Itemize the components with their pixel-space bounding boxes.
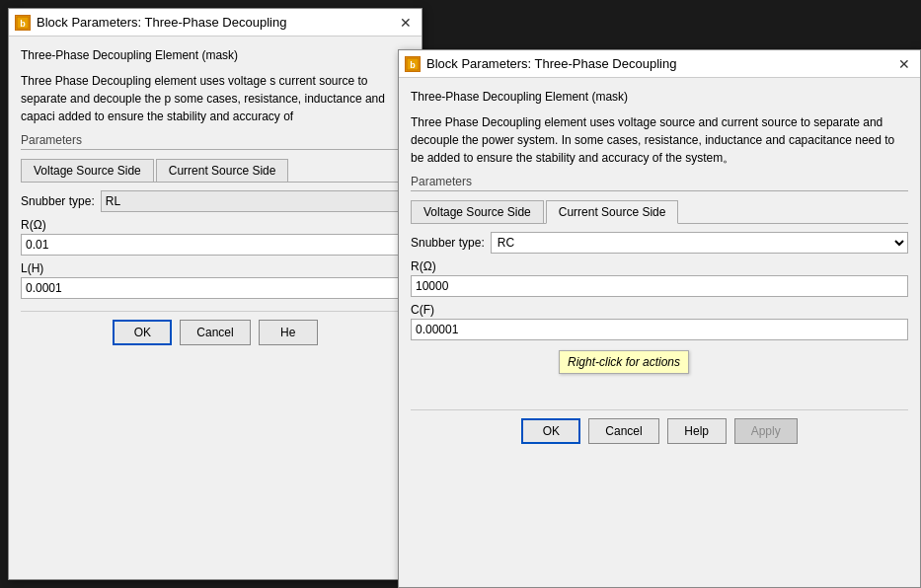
c-row-2: C(F)	[411, 303, 908, 340]
snubber-label-2: Snubber type:	[411, 236, 485, 250]
tab-current-1[interactable]: Current Source Side	[156, 159, 289, 183]
l-row-1: L(H)	[21, 261, 410, 299]
description-1: Three Phase Decoupling element uses volt…	[21, 72, 410, 125]
r-input-1[interactable]	[21, 234, 410, 256]
dialog-icon-1: b	[15, 15, 31, 31]
dialog-icon-2: b	[405, 56, 421, 72]
svg-text:b: b	[20, 19, 26, 29]
dialog-title-2: Block Parameters: Three-Phase Decoupling	[426, 56, 894, 71]
dialog-foreground: b Block Parameters: Three-Phase Decoupli…	[398, 49, 921, 588]
cancel-button-1[interactable]: Cancel	[180, 320, 250, 345]
snubber-label-1: Snubber type:	[21, 194, 95, 208]
tab-voltage-2[interactable]: Voltage Source Side	[411, 200, 544, 224]
dialog-body-1: Three-Phase Decoupling Element (mask) Th…	[9, 37, 422, 355]
dialog-body-2: Three-Phase Decoupling Element (mask) Th…	[399, 78, 920, 454]
params-label-2: Parameters	[411, 175, 908, 191]
ok-button-2[interactable]: OK	[521, 418, 580, 444]
description-2: Three Phase Decoupling element uses volt…	[411, 113, 908, 167]
help-button-2[interactable]: Help	[667, 418, 727, 444]
close-button-2[interactable]: ✕	[894, 54, 914, 74]
dialog-background: b Block Parameters: Three-Phase Decoupli…	[8, 8, 422, 580]
r-label-1: R(Ω)	[21, 218, 410, 232]
tab-current-2[interactable]: Current Source Side	[546, 200, 679, 224]
ok-button-1[interactable]: OK	[113, 320, 172, 345]
c-input-2[interactable]	[411, 319, 908, 340]
r-input-2[interactable]	[411, 275, 908, 297]
svg-text:b: b	[410, 60, 416, 70]
c-label-2: C(F)	[411, 303, 908, 317]
r-label-2: R(Ω)	[411, 259, 908, 273]
l-input-1[interactable]	[21, 277, 410, 299]
snubber-row-1: Snubber type: RL	[21, 190, 410, 212]
dialog-title-1: Block Parameters: Three-Phase Decoupling	[37, 15, 396, 30]
r-row-1: R(Ω)	[21, 218, 410, 256]
button-row-2: OK Cancel Help Apply	[411, 409, 908, 444]
l-label-1: L(H)	[21, 261, 410, 275]
snubber-value-1: RL	[101, 190, 410, 212]
mask-label-1: Three-Phase Decoupling Element (mask)	[21, 46, 410, 64]
titlebar-2: b Block Parameters: Three-Phase Decoupli…	[399, 50, 920, 78]
snubber-select-2[interactable]: RC RL None	[491, 232, 908, 254]
close-button-1[interactable]: ✕	[396, 13, 416, 33]
params-label-1: Parameters	[21, 133, 410, 150]
tooltip-box: Right-click for actions	[559, 350, 689, 374]
button-row-1: OK Cancel He	[21, 311, 410, 345]
tabs-2: Voltage Source Side Current Source Side	[411, 199, 908, 224]
apply-button-2[interactable]: Apply	[734, 418, 798, 444]
titlebar-1: b Block Parameters: Three-Phase Decoupli…	[9, 9, 422, 37]
tooltip-text: Right-click for actions	[568, 355, 680, 369]
snubber-row-2: Snubber type: RC RL None	[411, 232, 908, 254]
mask-label-2: Three-Phase Decoupling Element (mask)	[411, 88, 908, 106]
cancel-button-2[interactable]: Cancel	[588, 418, 658, 444]
tabs-1: Voltage Source Side Current Source Side	[21, 158, 410, 183]
r-row-2: R(Ω)	[411, 259, 908, 297]
tab-voltage-1[interactable]: Voltage Source Side	[21, 159, 154, 183]
help-button-1[interactable]: He	[259, 320, 318, 345]
